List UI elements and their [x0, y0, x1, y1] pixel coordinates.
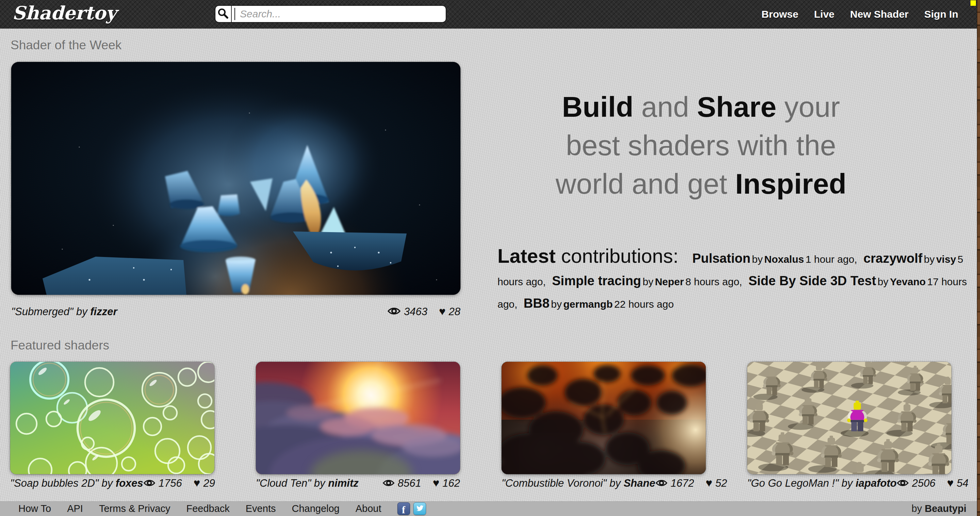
- likes-stat: ♥ 28: [439, 306, 460, 318]
- main-nav: Browse Live New Shader Sign In: [762, 0, 958, 29]
- nav-item-live[interactable]: Live: [814, 8, 834, 20]
- hero-world: world and get: [556, 168, 735, 200]
- footer-link-api[interactable]: API: [67, 503, 83, 514]
- views-count: 8561: [398, 477, 421, 489]
- featured-caption: "Combustible Voronoi" by Shane 1672 ♥ 52: [501, 477, 706, 489]
- featured-link[interactable]: "Cloud Ten" by nimitz: [256, 477, 359, 489]
- twitter-icon: [414, 503, 425, 514]
- latest-title-bold: Latest: [498, 245, 556, 267]
- heart-icon: ♥: [706, 477, 713, 489]
- featured-stats: 1672 ♥ 52: [655, 477, 727, 489]
- search-bar: [215, 6, 446, 22]
- footer-link-terms-privacy[interactable]: Terms & Privacy: [99, 503, 170, 514]
- credit-name: Beautypi: [925, 503, 966, 514]
- featured-stats: 1756 ♥ 29: [143, 477, 215, 489]
- heart-icon: ♥: [439, 306, 446, 317]
- footer-link-changelog[interactable]: Changelog: [292, 503, 339, 514]
- shader-of-week-title: Shader of the Week: [11, 38, 121, 53]
- eye-icon: [143, 478, 156, 490]
- featured-caption: "Soap bubbles 2D" by foxes 1756 ♥ 29: [10, 477, 215, 489]
- shadertoy-logo[interactable]: Shadertoy: [12, 2, 116, 24]
- combustible-voronoi-canvas: [501, 362, 706, 474]
- by-word: by: [609, 477, 620, 489]
- shader-title: "Soap bubbles 2D": [10, 477, 99, 489]
- featured-stats: 2506 ♥ 54: [897, 477, 969, 489]
- nav-item-new-shader[interactable]: New Shader: [850, 8, 908, 20]
- lego-man-canvas: [747, 362, 951, 474]
- latest-contributions: Latest contributions: Pulsation by Noxal…: [498, 246, 970, 316]
- credit-by: by: [912, 503, 925, 514]
- footer-link-how-to[interactable]: How To: [18, 503, 51, 514]
- nav-item-sign-in[interactable]: Sign In: [924, 8, 958, 20]
- search-button[interactable]: [215, 6, 232, 22]
- views-stat: 2506: [897, 477, 935, 489]
- hero-your: your: [776, 91, 840, 123]
- latest-entry[interactable]: Simple tracing by Neper 8 hours ago,: [552, 280, 743, 286]
- desktop-edge-strip: [977, 0, 980, 516]
- heart-icon: ♥: [194, 477, 200, 489]
- eye-icon: [897, 478, 909, 490]
- hero-share: Share: [697, 91, 776, 123]
- featured-shaders-title: Featured shaders: [11, 338, 109, 353]
- likes-stat: ♥ 162: [433, 477, 460, 489]
- likes-stat: ♥ 52: [706, 477, 727, 489]
- featured-caption: "Cloud Ten" by nimitz 8561 ♥ 162: [256, 477, 460, 489]
- eye-icon: [655, 478, 668, 490]
- shader-author[interactable]: Shane: [624, 477, 655, 489]
- hero-tagline: Build and Share your best shaders with t…: [533, 88, 869, 203]
- views-count: 2506: [912, 477, 935, 489]
- featured-preview-combustible-voronoi[interactable]: [501, 362, 706, 474]
- views-count: 1756: [159, 477, 182, 489]
- shader-title: "Submerged": [11, 306, 73, 318]
- nav-item-browse[interactable]: Browse: [762, 8, 798, 20]
- featured-link[interactable]: "Go Go LegoMan !" by iapafoto: [747, 477, 897, 489]
- hero-and: and: [633, 91, 697, 123]
- shader-title: "Go Go LegoMan !": [747, 477, 838, 489]
- featured-link[interactable]: "Soap bubbles 2D" by foxes: [10, 477, 143, 489]
- shader-author[interactable]: fizzer: [90, 306, 117, 318]
- shader-title: "Combustible Voronoi": [501, 477, 607, 489]
- social-links: f: [398, 502, 426, 515]
- likes-stat: ♥ 54: [947, 477, 969, 489]
- eye-icon: [387, 306, 401, 319]
- by-word: by: [76, 306, 88, 318]
- likes-count: 54: [957, 477, 969, 489]
- by-word: by: [102, 477, 113, 489]
- top-nav-bar: Shadertoy Browse Live New Shader Sign In: [0, 0, 980, 29]
- latest-entry[interactable]: BB8 by germangb 22 hours ago: [524, 303, 674, 309]
- shader-author[interactable]: iapafoto: [856, 477, 897, 489]
- views-stat: 1672: [655, 477, 694, 489]
- hero-line-3: world and get Inspired: [533, 165, 869, 203]
- hero-build: Build: [562, 91, 633, 123]
- featured-link[interactable]: "Combustible Voronoi" by Shane: [501, 477, 655, 489]
- facebook-button[interactable]: f: [398, 502, 410, 515]
- by-word: by: [314, 477, 325, 489]
- shader-author[interactable]: nimitz: [328, 477, 359, 489]
- views-stat: 3463: [387, 306, 427, 318]
- twitter-button[interactable]: [414, 502, 426, 515]
- heart-icon: ♥: [947, 477, 954, 489]
- footer-link-events[interactable]: Events: [246, 503, 276, 514]
- shader-of-week-link[interactable]: "Submerged" by fizzer: [11, 306, 118, 318]
- featured-stats: 8561 ♥ 162: [382, 477, 460, 489]
- yellow-indicator: [970, 0, 976, 6]
- latest-entry[interactable]: Pulsation by Noxalus 1 hour ago,: [692, 258, 859, 264]
- search-icon: [217, 8, 229, 21]
- featured-preview-lego-man[interactable]: [747, 362, 951, 474]
- shader-of-week-preview[interactable]: [11, 62, 460, 295]
- footer-link-about[interactable]: About: [356, 503, 382, 514]
- heart-icon: ♥: [433, 477, 440, 489]
- shader-author[interactable]: foxes: [116, 477, 143, 489]
- cloud-ten-canvas: [256, 362, 460, 474]
- featured-preview-soap-bubbles[interactable]: [10, 362, 215, 474]
- hero-line-2: best shaders with the: [533, 126, 869, 165]
- footer-link-feedback[interactable]: Feedback: [186, 503, 229, 514]
- views-count: 3463: [404, 306, 427, 318]
- likes-count: 28: [449, 306, 460, 318]
- likes-count: 29: [203, 477, 215, 489]
- views-count: 1672: [671, 477, 694, 489]
- footer-credit: by Beautypi: [912, 503, 966, 514]
- submerged-shader-canvas: [11, 62, 460, 295]
- search-input[interactable]: [234, 8, 446, 20]
- featured-preview-cloud-ten[interactable]: [256, 362, 460, 474]
